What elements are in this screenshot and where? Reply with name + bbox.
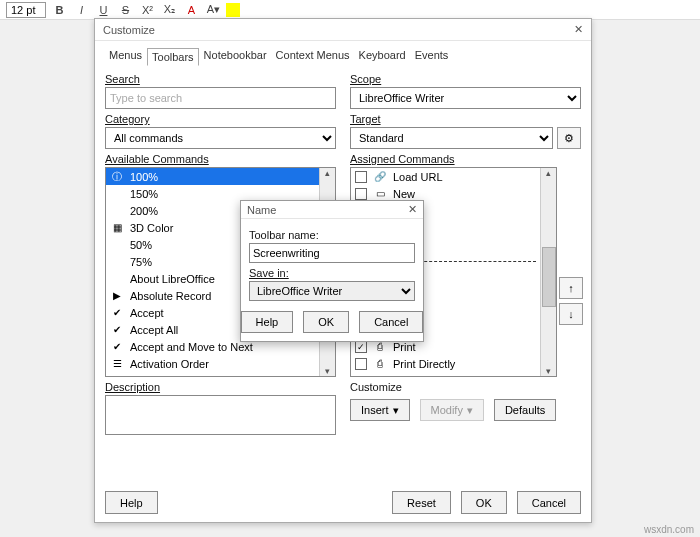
list-item[interactable]: ▭Add Field bbox=[106, 372, 319, 376]
strike-icon[interactable]: S bbox=[116, 1, 134, 19]
tab-toolbars[interactable]: Toolbars bbox=[147, 48, 199, 66]
scope-label: Scope bbox=[350, 73, 581, 85]
defaults-button[interactable]: Defaults bbox=[494, 399, 556, 421]
search-input[interactable] bbox=[105, 87, 336, 109]
close-icon[interactable]: ✕ bbox=[408, 203, 417, 216]
checkbox[interactable] bbox=[355, 171, 367, 183]
list-item-label: 150% bbox=[130, 188, 158, 200]
info-icon: ⓘ bbox=[110, 170, 124, 184]
tab-menus[interactable]: Menus bbox=[105, 47, 146, 65]
subscript-icon[interactable]: X₂ bbox=[160, 1, 178, 19]
field-icon: ▭ bbox=[110, 374, 124, 377]
name-dialog: Name ✕ Toolbar name: Save in: LibreOffic… bbox=[240, 200, 424, 342]
list-item-label: Accept and Move to Next bbox=[130, 341, 253, 353]
ok-button[interactable]: OK bbox=[461, 491, 507, 514]
checknext-icon: ✔ bbox=[110, 340, 124, 354]
check-icon: ✔ bbox=[110, 306, 124, 320]
print-icon: ⎙ bbox=[373, 357, 387, 371]
name-help-button[interactable]: Help bbox=[241, 311, 294, 333]
list-item[interactable]: ⎙Print Directly bbox=[351, 355, 540, 372]
target-select[interactable]: Standard bbox=[350, 127, 553, 149]
category-label: Category bbox=[105, 113, 336, 125]
list-item-label: 3D Color bbox=[130, 222, 173, 234]
tab-events[interactable]: Events bbox=[411, 47, 453, 65]
tab-notebookbar[interactable]: Notebookbar bbox=[200, 47, 271, 65]
cancel-button[interactable]: Cancel bbox=[517, 491, 581, 514]
chevron-down-icon: ▾ bbox=[393, 404, 399, 417]
palette-icon: ▦ bbox=[110, 221, 124, 235]
highlight-icon[interactable] bbox=[226, 3, 240, 17]
assigned-scrollbar[interactable]: ▴▾ bbox=[540, 168, 556, 376]
dialog-title: Customize bbox=[103, 24, 155, 36]
list-item-label: New bbox=[393, 188, 415, 200]
description-box bbox=[105, 395, 336, 435]
dialog-tabs: Menus Toolbars Notebookbar Context Menus… bbox=[95, 41, 591, 65]
tab-context-menus[interactable]: Context Menus bbox=[272, 47, 354, 65]
app-toolbar: 12 pt B I U S X² X₂ A A▾ bbox=[0, 0, 700, 20]
bold-icon[interactable]: B bbox=[50, 1, 68, 19]
toolbar-name-label: Toolbar name: bbox=[249, 229, 415, 241]
gear-icon[interactable]: ⚙ bbox=[557, 127, 581, 149]
save-in-label: Save in: bbox=[249, 267, 415, 279]
tab-keyboard[interactable]: Keyboard bbox=[355, 47, 410, 65]
titlebar: Customize ✕ bbox=[95, 19, 591, 41]
new-icon: ▭ bbox=[373, 187, 387, 201]
available-label: Available Commands bbox=[105, 153, 336, 165]
play-icon: ▶ bbox=[110, 289, 124, 303]
search-label: Search bbox=[105, 73, 336, 85]
checkall-icon: ✔ bbox=[110, 323, 124, 337]
blank-icon bbox=[110, 255, 124, 269]
list-item-label: Print Directly bbox=[393, 358, 455, 370]
move-up-icon[interactable]: ↑ bbox=[559, 277, 583, 299]
name-dialog-title: Name bbox=[247, 204, 276, 216]
list-item-label: 50% bbox=[130, 239, 152, 251]
modify-button[interactable]: Modify ▾ bbox=[420, 399, 484, 421]
chevron-down-icon: ▾ bbox=[467, 404, 473, 417]
list-item-label: 75% bbox=[130, 256, 152, 268]
help-button[interactable]: Help bbox=[105, 491, 158, 514]
reset-button[interactable]: Reset bbox=[392, 491, 451, 514]
list-item[interactable]: ⓘ100% bbox=[106, 168, 319, 185]
assigned-label: Assigned Commands bbox=[350, 153, 581, 165]
list-item-label: 100% bbox=[130, 171, 158, 183]
blank-icon bbox=[110, 238, 124, 252]
list-item[interactable]: 🔗Load URL bbox=[351, 168, 540, 185]
scope-select[interactable]: LibreOffice Writer bbox=[350, 87, 581, 109]
list-item-label: Activation Order bbox=[130, 358, 209, 370]
order-icon: ☰ bbox=[110, 357, 124, 371]
blank-icon bbox=[110, 187, 124, 201]
customize-label: Customize bbox=[350, 381, 581, 393]
list-item-label: Add Field bbox=[130, 375, 176, 377]
list-item-label: Accept All bbox=[130, 324, 178, 336]
superscript-icon[interactable]: X² bbox=[138, 1, 156, 19]
close-icon[interactable]: ✕ bbox=[574, 23, 583, 36]
italic-icon[interactable]: I bbox=[72, 1, 90, 19]
url-icon: 🔗 bbox=[373, 170, 387, 184]
checkbox[interactable]: ✓ bbox=[355, 341, 367, 353]
fontcolor2-icon[interactable]: A▾ bbox=[204, 1, 222, 19]
blank-icon bbox=[110, 272, 124, 286]
list-item-label: Accept bbox=[130, 307, 164, 319]
checkbox[interactable] bbox=[355, 188, 367, 200]
watermark: wsxdn.com bbox=[644, 524, 694, 535]
list-item-label: Load URL bbox=[393, 171, 443, 183]
insert-button[interactable]: Insert ▾ bbox=[350, 399, 410, 421]
target-label: Target bbox=[350, 113, 581, 125]
underline-icon[interactable]: U bbox=[94, 1, 112, 19]
blank-icon bbox=[110, 204, 124, 218]
list-item-label: About LibreOffice bbox=[130, 273, 215, 285]
list-item-label: 200% bbox=[130, 205, 158, 217]
font-size-combo[interactable]: 12 pt bbox=[6, 2, 46, 18]
list-item[interactable]: ☰Activation Order bbox=[106, 355, 319, 372]
category-select[interactable]: All commands bbox=[105, 127, 336, 149]
fontcolor-icon[interactable]: A bbox=[182, 1, 200, 19]
list-item-label: Absolute Record bbox=[130, 290, 211, 302]
description-label: Description bbox=[105, 381, 336, 393]
list-item-label: Print bbox=[393, 341, 416, 353]
save-in-select[interactable]: LibreOffice Writer bbox=[249, 281, 415, 301]
checkbox[interactable] bbox=[355, 358, 367, 370]
name-cancel-button[interactable]: Cancel bbox=[359, 311, 423, 333]
toolbar-name-input[interactable] bbox=[249, 243, 415, 263]
move-down-icon[interactable]: ↓ bbox=[559, 303, 583, 325]
name-ok-button[interactable]: OK bbox=[303, 311, 349, 333]
